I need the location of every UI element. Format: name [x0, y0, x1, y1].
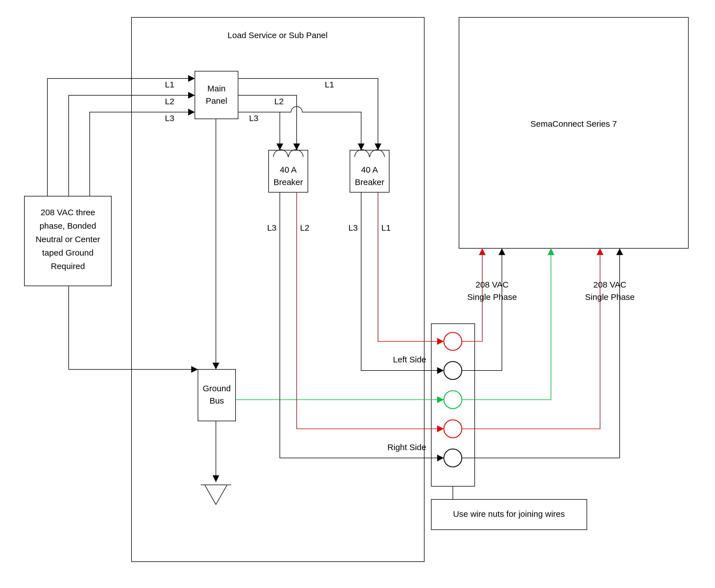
breaker1-line2: Breaker [273, 177, 303, 187]
nut-1-red [444, 332, 462, 350]
wiring-diagram: Load Service or Sub Panel 208 VAC three … [0, 0, 715, 588]
label-l1-in: L1 [165, 80, 174, 89]
wire-nut3-dev [462, 248, 551, 400]
main-panel-box [195, 71, 238, 119]
breaker2-line2: Breaker [355, 177, 384, 187]
nut-2-black [444, 361, 462, 379]
ground-bus-line1: Ground [203, 384, 231, 393]
b2-l1-label: L1 [381, 223, 391, 232]
nut-4-red [444, 420, 462, 438]
breaker1-line1: 40 A [280, 165, 297, 174]
arrow-nut4-dev [597, 248, 604, 255]
device-label: SemaConnect Series 7 [531, 119, 617, 128]
source-line1: 208 VAC three [41, 208, 95, 217]
b2-l3-label: L3 [349, 223, 358, 232]
nut-3-green [444, 391, 462, 408]
label-mp-l3: L3 [249, 113, 258, 123]
breaker2-line1: 40 A [361, 165, 378, 174]
source-line5: Required [51, 261, 85, 271]
ground-bus-line2: Bus [209, 396, 224, 405]
label-mp-l1: L1 [325, 80, 334, 89]
left-side-label: Left Side [393, 355, 426, 364]
out1-line2: Single Phase [467, 292, 517, 301]
out1-line1: 208 VAC [475, 280, 509, 289]
main-panel-line1: Main [207, 84, 225, 93]
nut-5-black [444, 449, 462, 467]
source-line3: Neutral or Center [36, 235, 100, 244]
label-l2-in: L2 [165, 97, 174, 106]
source-line2: phase, Bonded [40, 221, 96, 230]
out2-line1: 208 VAC [593, 280, 627, 289]
b1-l2-label: L2 [300, 223, 309, 232]
arrow-nut5-dev [616, 248, 623, 255]
main-panel-line2: Panel [206, 96, 227, 105]
right-side-label: Right Side [388, 443, 426, 452]
ground-bus-box [198, 370, 236, 421]
label-l3-in: L3 [165, 113, 174, 123]
panel-title: Load Service or Sub Panel [228, 30, 328, 40]
label-mp-l2: L2 [274, 97, 284, 106]
source-line4: taped Ground [42, 248, 94, 257]
arrow-nut3-dev [548, 248, 554, 255]
out2-line2: Single Phase [585, 292, 635, 301]
b1-l3-label: L3 [267, 223, 277, 232]
arrow-nut2-dev [498, 248, 505, 255]
arrow-nut1-dev [479, 248, 486, 255]
device-box [459, 17, 688, 248]
note-text: Use wire nuts for joining wires [453, 509, 565, 519]
